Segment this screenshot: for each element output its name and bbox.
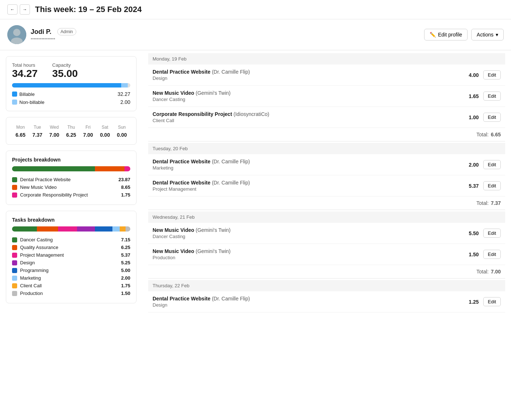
- day-value: 7.00: [80, 131, 96, 139]
- next-week-button[interactable]: →: [20, 4, 30, 15]
- task-bar-segment: [126, 226, 130, 232]
- edit-profile-button[interactable]: ✏️ Edit profile: [424, 29, 468, 40]
- color-swatch: [12, 253, 17, 258]
- color-swatch: [12, 268, 17, 273]
- task-name: Project Management: [20, 252, 64, 258]
- day-label: Mon: [12, 123, 29, 131]
- task-value: 7.15: [121, 237, 130, 242]
- tasks-legend: Dancer Casting7.15Quality Assurance6.25P…: [12, 236, 130, 297]
- day-label: Sat: [96, 123, 113, 131]
- entry-hours: 1.50: [464, 252, 479, 257]
- entry-project-line: New Music Video (Gemini's Twin): [153, 248, 464, 254]
- color-swatch: [12, 177, 17, 182]
- entry-hours: 4.00: [464, 72, 479, 78]
- task-value: 5.37: [121, 252, 130, 258]
- tasks-bar: [12, 226, 130, 232]
- days-grid-values: 6.657.377.006.257.000.000.00: [12, 131, 130, 139]
- entry-hours: 1.65: [464, 93, 479, 99]
- billable-label: Billable: [19, 92, 35, 97]
- edit-entry-button[interactable]: Edit: [483, 250, 501, 259]
- capacity-label: Capacity: [52, 62, 78, 68]
- task-bar-segment: [112, 226, 119, 232]
- actions-button[interactable]: Actions ▾: [471, 29, 504, 40]
- edit-entry-button[interactable]: Edit: [483, 92, 501, 101]
- prev-week-button[interactable]: ←: [7, 4, 18, 15]
- entry-project-line: New Music Video (Gemini's Twin): [153, 90, 464, 96]
- entry-info: Dental Practice Website (Dr. Camille Fli…: [153, 159, 464, 171]
- day-value: 6.25: [63, 131, 80, 139]
- nonbillable-legend-item: Non-billable: [12, 100, 45, 105]
- entry-info: Dental Practice Website (Dr. Camille Fli…: [153, 296, 464, 308]
- entry-task: Design: [153, 75, 464, 81]
- day-total-value: 6.65: [491, 132, 501, 137]
- task-bar-segment: [120, 226, 126, 232]
- day-label: Fri: [80, 123, 96, 131]
- table-row: New Music Video (Gemini's Twin) Dancer C…: [148, 223, 505, 244]
- user-name: Jodi P.: [31, 28, 51, 36]
- task-name: Quality Assurance: [20, 245, 58, 250]
- task-value: 2.00: [121, 275, 130, 281]
- entry-project: Dental Practice Website: [153, 180, 210, 186]
- billable-color: [12, 92, 17, 97]
- total-hours-label: Total hours: [12, 62, 38, 68]
- edit-entry-button[interactable]: Edit: [483, 297, 501, 306]
- task-bar-segment: [12, 226, 37, 232]
- day-header: Thursday, 22 Feb: [148, 280, 505, 291]
- actions-label: Actions: [477, 32, 493, 38]
- entry-info: Dental Practice Website (Dr. Camille Fli…: [153, 180, 464, 192]
- task-name: Dancer Casting: [20, 237, 53, 242]
- task-value: 5.00: [121, 268, 130, 273]
- entry-info: New Music Video (Gemini's Twin) Dancer C…: [153, 227, 464, 239]
- entry-task: Dancer Casting: [153, 234, 464, 239]
- entry-client: (Dr. Camille Flip): [212, 180, 250, 186]
- days-grid-card: MonTueWedThuFriSatSun 6.657.377.006.257.…: [6, 117, 137, 145]
- task-bar-segment: [37, 226, 58, 232]
- entry-project-line: Dental Practice Website (Dr. Camille Fli…: [153, 69, 464, 75]
- day-value: 0.00: [96, 131, 113, 139]
- projects-bar: [12, 166, 130, 171]
- entry-hours: 2.00: [464, 162, 479, 168]
- tasks-breakdown-card: Tasks breakdown Dancer Casting7.15Qualit…: [6, 211, 137, 303]
- edit-entry-button[interactable]: Edit: [483, 70, 501, 79]
- task-bar-segment: [95, 226, 113, 232]
- table-row: New Music Video (Gemini's Twin) Dancer C…: [148, 86, 505, 107]
- color-swatch: [12, 276, 17, 281]
- table-row: Corporate Responsibility Project (Idiosy…: [148, 107, 505, 128]
- billable-value: 32.27: [118, 91, 130, 97]
- day-section: Wednesday, 21 Feb New Music Video (Gemin…: [148, 211, 505, 279]
- day-total-value: 7.00: [491, 269, 501, 275]
- edit-entry-button[interactable]: Edit: [483, 113, 501, 122]
- projects-title: Projects breakdown: [12, 157, 130, 163]
- capacity-value: 35.00: [52, 68, 78, 79]
- edit-entry-button[interactable]: Edit: [483, 229, 501, 238]
- day-total-value: 7.37: [491, 200, 501, 206]
- day-header: Wednesday, 21 Feb: [148, 211, 505, 223]
- tasks-title: Tasks breakdown: [12, 217, 130, 223]
- entry-project: New Music Video: [153, 227, 194, 233]
- nonbillable-label: Non-billable: [19, 100, 45, 105]
- entry-task: Project Management: [153, 186, 464, 192]
- project-value: 23.87: [118, 177, 130, 182]
- entry-client: (Gemini's Twin): [196, 90, 231, 96]
- edit-entry-button[interactable]: Edit: [483, 160, 501, 169]
- total-hours-block: Total hours 34.27: [12, 62, 38, 79]
- nav-arrows: ← →: [7, 4, 30, 15]
- nonbillable-bar: [121, 83, 128, 88]
- day-total-row: Total: 7.00: [148, 265, 505, 279]
- list-item: Client Call1.75: [12, 282, 130, 289]
- entry-info: Corporate Responsibility Project (Idiosy…: [153, 111, 464, 123]
- day-value: 7.00: [46, 131, 63, 139]
- total-hours-value: 34.27: [12, 68, 38, 79]
- edit-profile-label: Edit profile: [438, 32, 462, 38]
- user-info: Jodi P. Admin ••••••••••••••••: [7, 25, 76, 44]
- hours-card: Total hours 34.27 Capacity 35.00 Billabl…: [6, 56, 137, 111]
- color-swatch: [12, 245, 17, 250]
- left-panel: Total hours 34.27 Capacity 35.00 Billabl…: [0, 50, 142, 317]
- entry-project-line: Dental Practice Website (Dr. Camille Fli…: [153, 180, 464, 186]
- day-total-row: Total: 7.37: [148, 197, 505, 210]
- user-header: Jodi P. Admin •••••••••••••••• ✏️ Edit p…: [0, 19, 511, 50]
- entry-client: (Gemini's Twin): [196, 227, 231, 233]
- role-badge: Admin: [57, 28, 76, 35]
- svg-point-1: [13, 29, 20, 36]
- edit-entry-button[interactable]: Edit: [483, 181, 501, 190]
